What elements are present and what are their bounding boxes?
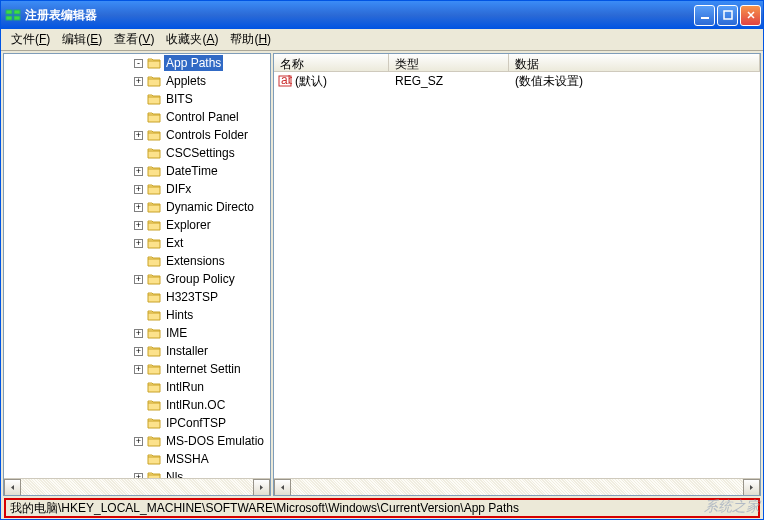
tree-label: H323TSP <box>164 289 220 305</box>
expand-toggle[interactable]: + <box>134 131 143 140</box>
scroll-track[interactable] <box>21 479 253 495</box>
folder-icon <box>147 255 161 267</box>
tree-pane: -App Paths+AppletsBITSControl Panel+Cont… <box>3 53 271 496</box>
tree-label: Internet Settin <box>164 361 243 377</box>
svg-rect-4 <box>701 17 709 19</box>
menu-help[interactable]: 帮助(H) <box>224 29 277 50</box>
expand-toggle[interactable]: + <box>134 167 143 176</box>
expand-toggle[interactable]: + <box>134 275 143 284</box>
expand-toggle[interactable]: + <box>134 77 143 86</box>
minimize-button[interactable] <box>694 5 715 26</box>
list-body[interactable]: ab(默认)REG_SZ(数值未设置) <box>274 72 760 478</box>
expand-toggle[interactable]: + <box>134 365 143 374</box>
tree-label: Control Panel <box>164 109 241 125</box>
registry-editor-window: 注册表编辑器 文件(F) 编辑(E) 查看(V) 收藏夹(A) 帮助(H) -A… <box>0 0 764 520</box>
menu-file[interactable]: 文件(F) <box>5 29 56 50</box>
close-button[interactable] <box>740 5 761 26</box>
tree-label: IntlRun <box>164 379 206 395</box>
title-text: 注册表编辑器 <box>25 7 694 24</box>
menu-favorites[interactable]: 收藏夹(A) <box>160 29 224 50</box>
tree-item[interactable]: +Dynamic Directo <box>4 198 266 216</box>
expand-toggle[interactable]: + <box>134 329 143 338</box>
tree-item[interactable]: CSCSettings <box>4 144 266 162</box>
tree-item[interactable]: IntlRun.OC <box>4 396 266 414</box>
expand-toggle[interactable]: + <box>134 437 143 446</box>
expand-toggle[interactable]: - <box>134 59 143 68</box>
folder-icon <box>147 291 161 303</box>
tree-label: Installer <box>164 343 210 359</box>
folder-icon <box>147 417 161 429</box>
cell-name: ab(默认) <box>274 73 389 90</box>
list-header[interactable]: 名称 类型 数据 <box>274 54 760 72</box>
scroll-track[interactable] <box>291 479 743 495</box>
tree-item[interactable]: +Group Policy <box>4 270 266 288</box>
tree-label: Hints <box>164 307 195 323</box>
tree-item[interactable]: Control Panel <box>4 108 266 126</box>
tree-item[interactable]: +MS-DOS Emulatio <box>4 432 266 450</box>
folder-icon <box>147 363 161 375</box>
tree-item[interactable]: +IME <box>4 324 266 342</box>
folder-icon <box>147 237 161 249</box>
tree-label: App Paths <box>164 55 223 71</box>
tree-label: Explorer <box>164 217 213 233</box>
column-name[interactable]: 名称 <box>274 54 389 71</box>
folder-icon <box>147 183 161 195</box>
column-data[interactable]: 数据 <box>509 54 760 71</box>
tree-item[interactable]: H323TSP <box>4 288 266 306</box>
svg-rect-0 <box>6 10 12 14</box>
list-horizontal-scrollbar[interactable] <box>274 478 760 495</box>
tree-item[interactable]: Extensions <box>4 252 266 270</box>
scroll-left-button[interactable] <box>4 479 21 496</box>
cell-data: (数值未设置) <box>509 73 760 90</box>
tree-label: Group Policy <box>164 271 237 287</box>
tree-item[interactable]: +Controls Folder <box>4 126 266 144</box>
app-icon <box>5 7 21 23</box>
folder-icon <box>147 381 161 393</box>
titlebar[interactable]: 注册表编辑器 <box>1 1 763 29</box>
list-row[interactable]: ab(默认)REG_SZ(数值未设置) <box>274 72 760 90</box>
tree-body[interactable]: -App Paths+AppletsBITSControl Panel+Cont… <box>4 54 270 478</box>
scroll-right-button[interactable] <box>743 479 760 496</box>
tree-item[interactable]: BITS <box>4 90 266 108</box>
window-buttons <box>694 5 761 26</box>
column-type[interactable]: 类型 <box>389 54 509 71</box>
scroll-left-button[interactable] <box>274 479 291 496</box>
folder-icon <box>147 327 161 339</box>
tree-item[interactable]: +Installer <box>4 342 266 360</box>
tree-item[interactable]: MSSHA <box>4 450 266 468</box>
tree-label: DIFx <box>164 181 193 197</box>
menu-view[interactable]: 查看(V) <box>108 29 160 50</box>
folder-icon <box>147 111 161 123</box>
expand-toggle[interactable]: + <box>134 203 143 212</box>
svg-rect-1 <box>14 10 20 14</box>
tree-item[interactable]: +Ext <box>4 234 266 252</box>
tree-horizontal-scrollbar[interactable] <box>4 478 270 495</box>
folder-icon <box>147 345 161 357</box>
expand-toggle[interactable]: + <box>134 221 143 230</box>
maximize-button[interactable] <box>717 5 738 26</box>
expand-toggle[interactable]: + <box>134 473 143 479</box>
menu-edit[interactable]: 编辑(E) <box>56 29 108 50</box>
tree-label: Ext <box>164 235 185 251</box>
expand-toggle[interactable]: + <box>134 239 143 248</box>
folder-icon <box>147 471 161 478</box>
tree-item[interactable]: -App Paths <box>4 54 266 72</box>
tree-item[interactable]: +DIFx <box>4 180 266 198</box>
tree-item[interactable]: +Explorer <box>4 216 266 234</box>
tree-item[interactable]: +Nls <box>4 468 266 478</box>
expand-toggle[interactable]: + <box>134 185 143 194</box>
svg-rect-2 <box>6 16 12 20</box>
scroll-right-button[interactable] <box>253 479 270 496</box>
tree-label: IntlRun.OC <box>164 397 227 413</box>
tree-label: Extensions <box>164 253 227 269</box>
tree-item[interactable]: Hints <box>4 306 266 324</box>
tree-item[interactable]: IPConfTSP <box>4 414 266 432</box>
tree-label: Dynamic Directo <box>164 199 256 215</box>
menubar: 文件(F) 编辑(E) 查看(V) 收藏夹(A) 帮助(H) <box>1 29 763 51</box>
tree-item[interactable]: IntlRun <box>4 378 266 396</box>
tree-item[interactable]: +DateTime <box>4 162 266 180</box>
expand-toggle[interactable]: + <box>134 347 143 356</box>
tree-item[interactable]: +Applets <box>4 72 266 90</box>
tree-label: Controls Folder <box>164 127 250 143</box>
tree-item[interactable]: +Internet Settin <box>4 360 266 378</box>
